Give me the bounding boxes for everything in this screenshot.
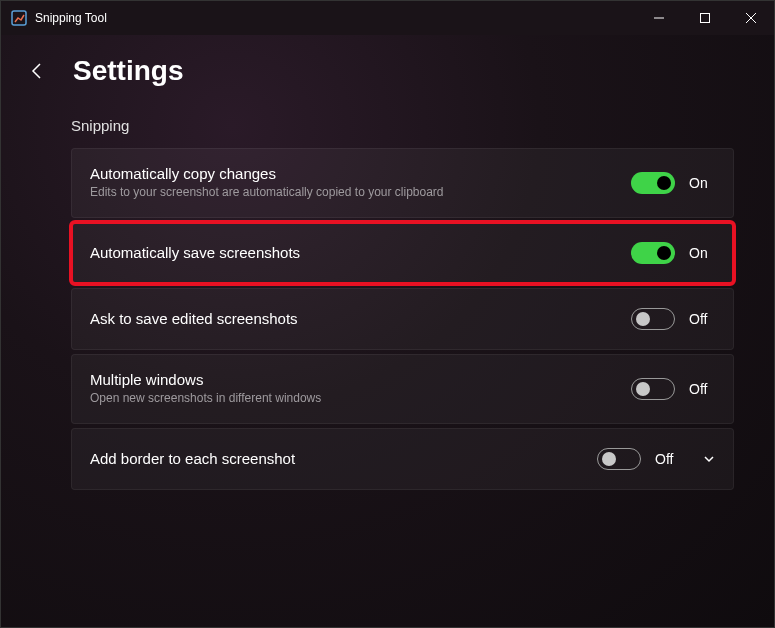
page-title: Settings xyxy=(73,55,183,87)
window-controls xyxy=(636,1,774,35)
setting-control: On xyxy=(631,172,715,194)
setting-text: Ask to save edited screenshots xyxy=(90,310,631,327)
setting-title: Multiple windows xyxy=(90,371,631,388)
minimize-button[interactable] xyxy=(636,1,682,35)
back-button[interactable] xyxy=(21,55,53,87)
toggle-state-label: Off xyxy=(689,381,715,397)
close-button[interactable] xyxy=(728,1,774,35)
toggle-switch[interactable] xyxy=(631,172,675,194)
toggle-knob xyxy=(657,246,671,260)
toggle-switch[interactable] xyxy=(631,378,675,400)
app-icon xyxy=(11,10,27,26)
titlebar-left: Snipping Tool xyxy=(11,10,107,26)
setting-description: Open new screenshots in different window… xyxy=(90,390,631,407)
setting-text: Multiple windowsOpen new screenshots in … xyxy=(90,371,631,407)
toggle-knob xyxy=(636,382,650,396)
snipping-section: Snipping Automatically copy changesEdits… xyxy=(21,117,734,490)
header: Settings xyxy=(21,55,734,87)
window-title: Snipping Tool xyxy=(35,11,107,25)
setting-item[interactable]: Ask to save edited screenshotsOff xyxy=(71,288,734,350)
toggle-state-label: On xyxy=(689,175,715,191)
setting-control: Off xyxy=(631,378,715,400)
toggle-state-label: Off xyxy=(689,311,715,327)
titlebar: Snipping Tool xyxy=(1,1,774,35)
toggle-knob xyxy=(657,176,671,190)
setting-title: Add border to each screenshot xyxy=(90,450,597,467)
setting-item[interactable]: Multiple windowsOpen new screenshots in … xyxy=(71,354,734,424)
settings-list: Automatically copy changesEdits to your … xyxy=(71,148,734,490)
toggle-switch[interactable] xyxy=(597,448,641,470)
svg-rect-1 xyxy=(701,14,710,23)
content: Settings Snipping Automatically copy cha… xyxy=(1,35,774,490)
setting-item[interactable]: Add border to each screenshotOff xyxy=(71,428,734,490)
setting-title: Ask to save edited screenshots xyxy=(90,310,631,327)
setting-text: Automatically save screenshots xyxy=(90,244,631,261)
maximize-button[interactable] xyxy=(682,1,728,35)
setting-item[interactable]: Automatically save screenshotsOn xyxy=(71,222,734,284)
toggle-knob xyxy=(636,312,650,326)
setting-description: Edits to your screenshot are automatical… xyxy=(90,184,631,201)
setting-title: Automatically save screenshots xyxy=(90,244,631,261)
setting-text: Automatically copy changesEdits to your … xyxy=(90,165,631,201)
toggle-switch[interactable] xyxy=(631,242,675,264)
setting-item[interactable]: Automatically copy changesEdits to your … xyxy=(71,148,734,218)
setting-control: Off xyxy=(631,308,715,330)
setting-text: Add border to each screenshot xyxy=(90,450,597,467)
setting-title: Automatically copy changes xyxy=(90,165,631,182)
chevron-down-icon[interactable] xyxy=(703,453,715,465)
setting-control: On xyxy=(631,242,715,264)
toggle-state-label: On xyxy=(689,245,715,261)
toggle-knob xyxy=(602,452,616,466)
section-title: Snipping xyxy=(71,117,734,134)
setting-control: Off xyxy=(597,448,715,470)
toggle-state-label: Off xyxy=(655,451,681,467)
toggle-switch[interactable] xyxy=(631,308,675,330)
